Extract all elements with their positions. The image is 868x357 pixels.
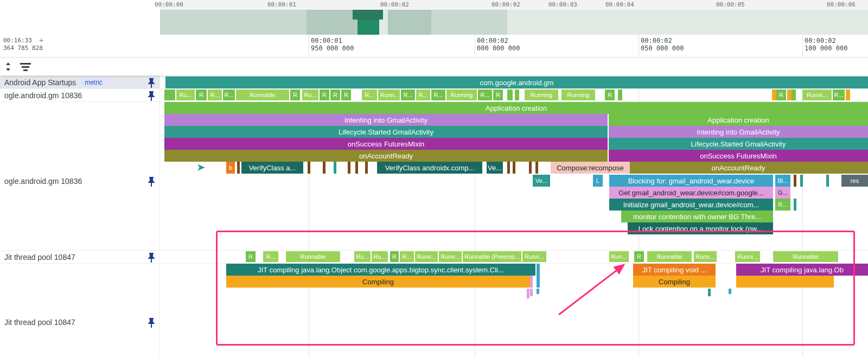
slice-ve[interactable]: Ve... bbox=[487, 162, 503, 174]
state[interactable]: Runnable bbox=[773, 251, 838, 262]
slice-verifyclass[interactable]: VerifyClass a... bbox=[241, 162, 303, 174]
slice-r[interactable]: R... bbox=[775, 199, 790, 211]
state[interactable]: Ru... bbox=[176, 90, 195, 100]
state[interactable]: Running bbox=[446, 90, 477, 100]
slice-lockc[interactable]: Lock contention on a monitor lock (ow... bbox=[628, 222, 773, 234]
expand-collapse-icon[interactable] bbox=[2, 61, 14, 73]
state[interactable]: R bbox=[290, 90, 300, 100]
slice-mark[interactable] bbox=[826, 175, 829, 187]
slice-app-startup[interactable]: com.google.android.gm bbox=[165, 76, 868, 88]
track-jit-2[interactable]: Jit thread pool 10847 bbox=[0, 316, 868, 357]
slice-blocking[interactable]: Blocking for: gmail_android_wear.device bbox=[609, 175, 773, 187]
state[interactable]: Runnable bbox=[647, 251, 692, 262]
filter-icon[interactable] bbox=[20, 61, 31, 73]
slice-compose[interactable]: Compose:recompose bbox=[551, 162, 630, 174]
slice-mark[interactable] bbox=[348, 162, 350, 174]
slice-comp1[interactable]: Compiling bbox=[226, 276, 530, 288]
state[interactable] bbox=[792, 90, 796, 100]
slice-intenting-right[interactable]: Intenting into GmailActivity bbox=[609, 126, 868, 138]
pin-icon[interactable] bbox=[148, 91, 155, 103]
slice-jit3[interactable]: JIT compiling java.lang.Ob bbox=[736, 264, 868, 276]
track-thread-1-detail[interactable]: ogle.android.gm 10836 Ve... L Blocking f… bbox=[0, 175, 868, 239]
state[interactable]: R... bbox=[223, 90, 235, 100]
state[interactable]: Runnable bbox=[236, 90, 289, 100]
slice-b[interactable]: b bbox=[226, 162, 235, 174]
state[interactable]: R bbox=[605, 90, 615, 100]
slice-mark[interactable] bbox=[794, 175, 796, 187]
slice-app-creation-right[interactable]: Application creation bbox=[609, 114, 868, 126]
state[interactable] bbox=[772, 90, 776, 100]
slice-mark[interactable] bbox=[537, 289, 539, 294]
track-header[interactable]: Android App Startups metric bbox=[0, 76, 160, 88]
slice-jit1[interactable]: JIT compiling java.lang.Object com.googl… bbox=[226, 264, 535, 276]
slice-intenting[interactable]: Intenting into GmailActivity bbox=[164, 114, 608, 126]
slice-g[interactable]: G... bbox=[775, 187, 790, 199]
slice-init[interactable]: Initialize gmail_android_wear.device#com… bbox=[609, 199, 773, 211]
state[interactable] bbox=[515, 90, 519, 100]
slice-monitor[interactable]: monitor contention with owner BG Thre... bbox=[621, 211, 773, 222]
state[interactable]: R... bbox=[208, 90, 222, 100]
slice-mark[interactable] bbox=[794, 199, 796, 211]
slice-mark[interactable] bbox=[365, 162, 368, 174]
state[interactable]: Runni... bbox=[735, 251, 760, 262]
slice-l[interactable]: L bbox=[593, 175, 603, 187]
state[interactable] bbox=[846, 90, 850, 100]
ruler-area[interactable]: 00:00:01950 000 000 00:00:02000 000 000 … bbox=[160, 35, 868, 58]
slice-mark[interactable] bbox=[530, 289, 533, 296]
time-ruler[interactable]: 00:16:33 364 785 828 + 00:00:01950 000 0… bbox=[0, 35, 868, 58]
track-jit-slices[interactable]: JIT compiling java.lang.Object com.googl… bbox=[0, 264, 868, 289]
state[interactable]: Runn... bbox=[522, 251, 546, 262]
state[interactable]: R bbox=[330, 90, 340, 100]
pin-icon[interactable] bbox=[148, 78, 155, 90]
slice-mark[interactable] bbox=[800, 175, 803, 187]
slice-bl[interactable]: Bl... bbox=[775, 175, 790, 187]
state[interactable]: Runnable (Preemp... bbox=[463, 251, 521, 262]
slice-res[interactable]: res bbox=[841, 175, 868, 187]
state[interactable]: R... bbox=[431, 90, 445, 100]
state[interactable] bbox=[164, 90, 175, 100]
state[interactable]: R... bbox=[400, 251, 414, 262]
state[interactable]: R bbox=[341, 90, 351, 100]
slice-mark[interactable] bbox=[323, 162, 326, 174]
track-header[interactable]: ogle.android.gm 10836 bbox=[0, 89, 160, 101]
state[interactable]: Ru... bbox=[302, 90, 318, 100]
state[interactable]: Ru... bbox=[354, 251, 371, 262]
state[interactable]: R... bbox=[263, 251, 278, 262]
track-header[interactable]: Jit thread pool 10847 bbox=[0, 316, 160, 357]
slice-lifecycle-right[interactable]: Lifecycle.Started GmailActivity bbox=[609, 138, 868, 150]
slice-onsuccess[interactable]: onSuccess FuturesMixin bbox=[164, 138, 608, 150]
state[interactable]: R... bbox=[833, 90, 845, 100]
slice-mark[interactable] bbox=[530, 276, 533, 288]
slice-mark[interactable] bbox=[513, 162, 515, 174]
state[interactable] bbox=[507, 90, 513, 100]
state[interactable]: R bbox=[246, 251, 256, 262]
state[interactable]: Runn.. bbox=[378, 90, 400, 100]
state[interactable]: R... bbox=[401, 90, 415, 100]
slice-onaccountready-right[interactable]: onAccountReady bbox=[609, 162, 868, 174]
state[interactable]: Runn... bbox=[415, 251, 438, 262]
track-jit-detail[interactable] bbox=[0, 289, 868, 316]
slice-mark[interactable] bbox=[537, 264, 540, 288]
slice-app-creation[interactable]: Application creation bbox=[164, 102, 868, 114]
state[interactable]: Runn... bbox=[439, 251, 462, 262]
state[interactable]: R bbox=[776, 90, 786, 100]
state[interactable]: Runnable bbox=[286, 251, 340, 262]
slice-mark[interactable] bbox=[535, 162, 538, 174]
track-app-startups[interactable]: Android App Startups metric com.google.a… bbox=[0, 76, 868, 89]
track-thread-1-states[interactable]: ogle.android.gm 10836 Ru... R R... R... … bbox=[0, 89, 868, 102]
minimap[interactable]: 00:00:00 00:00:01 00:00:02 00:00:02 00:0… bbox=[160, 0, 868, 35]
track-jit-states[interactable]: Jit thread pool 10847 R R... Runnable Ru… bbox=[0, 251, 868, 264]
slice-mark[interactable] bbox=[708, 289, 711, 296]
slice-mark[interactable] bbox=[729, 289, 731, 294]
slice-get[interactable]: Get gmail_android_wear.device#com.google… bbox=[609, 187, 773, 199]
state[interactable]: Running bbox=[561, 90, 595, 100]
slice-mark[interactable] bbox=[308, 162, 310, 174]
slice-comp2[interactable]: Compiling bbox=[633, 276, 716, 288]
state[interactable]: R... bbox=[416, 90, 430, 100]
slice-mark[interactable] bbox=[355, 162, 358, 174]
state[interactable]: Run... bbox=[609, 251, 629, 262]
pin-icon[interactable] bbox=[148, 253, 155, 264]
pin-icon[interactable] bbox=[148, 177, 155, 188]
state[interactable]: R... bbox=[362, 90, 377, 100]
slice-verifyclass-2[interactable]: VerifyClass androidx.comp... bbox=[377, 162, 482, 174]
